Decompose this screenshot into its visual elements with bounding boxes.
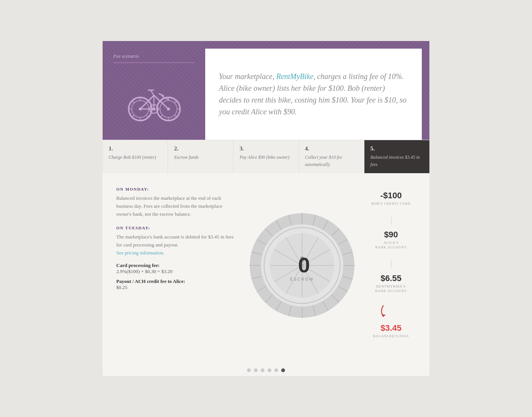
monday-text: Balanced invoices the marketplace at the… — [116, 194, 238, 218]
payout-fee-label: Payout / ACH credit fee to Alice: — [116, 278, 185, 284]
left-panel: Fee scenario — [103, 41, 205, 140]
dot-1[interactable] — [247, 368, 251, 372]
step-5-number: 5. — [370, 145, 423, 152]
step-2[interactable]: 2. Escrow funds — [168, 140, 233, 173]
amount-rentmybike: $6.55 RENTMYBIKE'SBANK ACCOUNT — [375, 273, 407, 294]
svg-line-20 — [160, 115, 163, 117]
step-3-label: Pay Alice $90 (bike owner) — [239, 155, 289, 160]
amount-alice: $90 ALICE'SBANK ACCOUNT — [375, 230, 407, 250]
main-container: Fee scenario — [103, 41, 429, 376]
card-fee-detail: Card processing fee: 2.9%($100) + $0.30 … — [116, 262, 238, 275]
dot-3[interactable] — [261, 368, 264, 372]
step-1-number: 1. — [109, 145, 162, 152]
step-3[interactable]: 3. Pay Alice $90 (bike owner) — [233, 140, 299, 173]
curved-arrow-container — [380, 303, 402, 319]
amount-balanced: $3.45 BALANCED'S FEES — [373, 323, 409, 339]
left-content: On Monday: Balanced invoices the marketp… — [116, 187, 238, 344]
svg-line-9 — [132, 115, 134, 117]
bike-icon — [124, 79, 184, 124]
step-4-label: Collect your $10 fee automatically — [305, 155, 342, 167]
svg-line-19 — [174, 115, 177, 117]
card-fee-label: Card processing fee: — [116, 262, 160, 268]
svg-point-32 — [152, 107, 155, 111]
svg-line-7 — [132, 101, 134, 103]
bike-illustration — [113, 74, 195, 129]
tuesday-text: The marketplace's bank account is debite… — [116, 233, 238, 257]
dot-2[interactable] — [254, 368, 258, 372]
steps-bar: 1. Charge Bob $100 (renter) 2. Escrow fu… — [103, 140, 429, 173]
amount-bob: -$100 BOB'S CREDIT CARD — [371, 191, 411, 206]
main-content: On Monday: Balanced invoices the marketp… — [103, 173, 429, 359]
svg-line-26 — [151, 91, 154, 95]
svg-line-21 — [174, 101, 177, 103]
fee-scenario-label: Fee scenario — [113, 53, 195, 63]
top-section: Fee scenario — [103, 41, 429, 140]
dot-5[interactable] — [274, 368, 278, 372]
dot-6[interactable] — [281, 368, 285, 372]
bob-label: BOB'S CREDIT CARD — [371, 201, 411, 206]
right-amounts: -$100 BOB'S CREDIT CARD $90 ALICE'SBANK … — [366, 187, 416, 344]
alice-amount: $90 — [375, 230, 407, 240]
tuesday-label: On Tuesday: — [116, 226, 238, 230]
rentmybike-amount: $6.55 — [375, 273, 407, 283]
step-1[interactable]: 1. Charge Bob $100 (renter) — [103, 140, 168, 173]
right-panel: Your marketplace, RentMyBike, charges a … — [205, 49, 422, 140]
step-2-label: Escrow funds — [174, 155, 199, 160]
divider-1 — [391, 217, 391, 224]
payout-fee-calc: $0.25 — [116, 284, 127, 290]
pagination — [103, 359, 429, 376]
svg-text:ESCROW: ESCROW — [290, 277, 314, 281]
balanced-amount: $3.45 — [373, 323, 409, 333]
rentmybike-label: RENTMYBIKE'SBANK ACCOUNT — [375, 284, 407, 294]
curved-arrow-icon — [380, 303, 402, 319]
step-5[interactable]: 5. Balanced invoices $3.45 in fees — [364, 140, 429, 173]
brand-link[interactable]: RentMyBike — [276, 72, 314, 81]
step-1-label: Charge Bob $100 (renter) — [109, 155, 156, 160]
alice-label: ALICE'SBANK ACCOUNT — [375, 240, 407, 250]
step-5-label: Balanced invoices $3.45 in fees — [370, 155, 420, 167]
card-fee-calc: 2.9%($100) + $0.30 = $3.20 — [116, 269, 173, 274]
payout-fee-detail: Payout / ACH credit fee to Alice: $0.25 — [116, 278, 238, 291]
divider-2 — [391, 261, 391, 268]
bob-amount: -$100 — [371, 191, 411, 201]
balanced-label: BALANCED'S FEES — [373, 334, 409, 339]
scenario-text: Your marketplace, RentMyBike, charges a … — [219, 71, 408, 118]
see-pricing-link[interactable]: See pricing information. — [116, 250, 165, 256]
monday-label: On Monday: — [116, 187, 238, 191]
svg-line-8 — [146, 115, 149, 117]
step-3-number: 3. — [239, 145, 292, 152]
step-4-number: 4. — [305, 145, 358, 152]
svg-text:0: 0 — [298, 253, 310, 277]
dot-4[interactable] — [268, 368, 271, 372]
step-4[interactable]: 4. Collect your $10 fee automatically — [299, 140, 364, 173]
step-2-number: 2. — [174, 145, 227, 152]
wheel-tread-svg: $ 0 ESCROW — [249, 212, 355, 319]
center-content: $ 0 ESCROW — [238, 187, 366, 344]
wheel-container: $ 0 ESCROW — [249, 212, 355, 319]
